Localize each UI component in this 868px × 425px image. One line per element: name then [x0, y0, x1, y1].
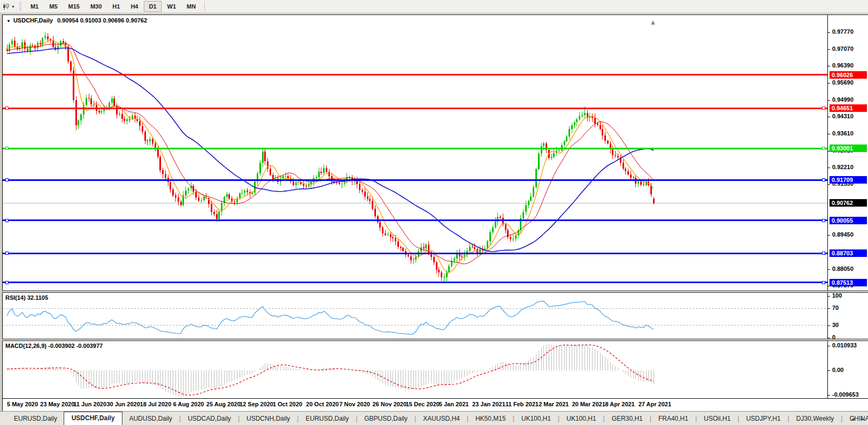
macd-panel: MACD(12,26,9) -0.003902 -0.003977 0.0109… [2, 340, 868, 399]
time-axis-label: 23 May 2020 [40, 401, 74, 407]
toolbar-separator [204, 2, 205, 11]
horizontal-lines-layer[interactable] [3, 75, 827, 284]
time-axis-label: 23 Jan 2021 [472, 401, 505, 407]
rsi-tick-mark [828, 308, 830, 309]
macd-axis-divider [827, 341, 828, 398]
chart-tab-fra40-12[interactable]: FRA40,H1 [652, 413, 695, 425]
symbol-dropdown-icon[interactable]: ▼ [6, 19, 11, 24]
chart-tab-audusd-2[interactable]: AUDUSD,Daily [122, 413, 179, 425]
price-tick-label: 0.96390 [832, 62, 854, 69]
time-axis-label: 20 Mar 2021 [572, 401, 605, 407]
chart-tab-usdcnh-4[interactable]: USDCNH,Daily [240, 413, 296, 425]
time-axis-label: 7 Nov 2020 [339, 401, 370, 407]
chart-tab-usoil-13[interactable]: USOil,H1 [697, 413, 737, 425]
time-axis-label: 2 Mar 2021 [539, 401, 569, 407]
chart-tab-bar: EURUSD,DailyUSDCHF,DailyAUDUSD,Daily|USD… [0, 411, 868, 425]
chart-title: ▼USDCHF,Daily0.90954 0.91003 0.90696 0.9… [6, 17, 147, 24]
toolbar-dropdown-caret-icon[interactable]: ▼ [11, 5, 15, 9]
candles-layer[interactable] [6, 32, 655, 282]
rsi-tick-label: 30 [832, 322, 839, 328]
time-axis[interactable]: 5 May 202023 May 202011 Jun 202030 Jun 2… [2, 399, 868, 411]
macd-tick-label: 0.010933 [832, 342, 857, 348]
chart-tab-usdjpy-14[interactable]: USDJPY,H1 [740, 413, 787, 425]
chart-tab-eurusd-5[interactable]: EURUSD,Daily [299, 413, 355, 425]
price-tick-mark [828, 49, 830, 50]
time-axis-label: 20 Oct 2020 [306, 401, 339, 407]
timeframe-button-m1[interactable]: M1 [26, 1, 43, 12]
price-tick-mark [828, 235, 830, 236]
chart-tab-gbpusd-6[interactable]: GBPUSD,Daily [358, 413, 414, 425]
time-axis-label: 30 Jun 2020 [106, 401, 140, 407]
chart-tab-hk50-8[interactable]: HK50,M15 [469, 413, 512, 425]
time-axis-label: 27 Apr 2021 [639, 401, 671, 407]
time-axis-label: 1 Oct 2020 [273, 401, 302, 407]
rsi-line [7, 301, 654, 335]
chart-icon[interactable] [2, 2, 11, 11]
timeframe-button-h1[interactable]: H1 [107, 1, 125, 12]
macd-histogram [7, 344, 654, 397]
macd-plot[interactable] [3, 341, 827, 398]
price-tick-mark [828, 32, 830, 33]
timeframe-button-d1[interactable]: D1 [144, 1, 161, 12]
price-tick-mark [828, 134, 830, 134]
price-tick-label: 0.88050 [832, 265, 854, 272]
price-line-tag: 0.91709 [829, 176, 867, 184]
time-axis-label: 15 Dec 2020 [406, 401, 440, 407]
timeframe-button-w1[interactable]: W1 [163, 1, 181, 12]
macd-tick-mark [828, 346, 830, 346]
toolbar: ▼ M1M5M15M30H1H4D1W1MN [0, 0, 868, 13]
price-axis-divider [827, 15, 828, 291]
rsi-label: RSI(14) 32.1105 [5, 294, 48, 301]
chart-tab-dj30-15[interactable]: DJ30,Weekly [790, 413, 840, 425]
rsi-tick-label: 0 [832, 334, 835, 340]
tab-scroll-right-icon[interactable]: ► [858, 416, 866, 422]
timeframe-button-m30[interactable]: M30 [86, 1, 106, 12]
macd-tick-label: -0.009653 [832, 391, 859, 398]
timeframe-button-m15[interactable]: M15 [64, 1, 85, 12]
time-axis-label: 5 Jan 2021 [439, 401, 469, 407]
price-tick-label: 0.97770 [832, 28, 854, 35]
tab-scroll-left-icon[interactable]: ◄ [849, 416, 857, 422]
time-axis-label: 26 Nov 2020 [373, 401, 407, 407]
rsi-plot[interactable] [3, 293, 827, 339]
chart-tab-uk100-10[interactable]: UK100,H1 [560, 413, 602, 425]
time-axis-label: 25 Aug 2020 [206, 401, 241, 407]
tab-list: EURUSD,DailyUSDCHF,DailyAUDUSD,Daily|USD… [7, 413, 868, 425]
price-chart-plot[interactable] [3, 15, 827, 291]
current-price-tag: 0.90762 [829, 199, 867, 207]
price-tick-mark [828, 168, 830, 168]
chart-tab-usdcad-3[interactable]: USDCAD,Daily [181, 413, 237, 425]
price-tick-mark [828, 269, 830, 270]
price-line-tag: 0.94651 [829, 104, 867, 112]
timeframe-button-m5[interactable]: M5 [44, 1, 62, 12]
ohlc-readout: 0.90954 0.91003 0.90696 0.90762 [57, 17, 147, 24]
price-tick-label: 0.97070 [832, 45, 854, 52]
chart-tab-uk100-9[interactable]: UK100,H1 [515, 413, 557, 425]
time-axis-label: 12 Sep 2020 [240, 401, 273, 407]
price-tick-mark [828, 66, 830, 66]
price-tick-mark [828, 117, 830, 117]
chart-tab-ger30-11[interactable]: GER30,H1 [605, 413, 649, 425]
chart-tab-eurusd-0[interactable]: EURUSD,Daily [7, 413, 64, 425]
timeframe-button-mn[interactable]: MN [182, 1, 201, 12]
macd-label: MACD(12,26,9) -0.003902 -0.003977 [5, 343, 103, 349]
time-axis-label: 6 Aug 2020 [173, 401, 204, 407]
rsi-axis-divider [827, 293, 828, 339]
macd-tick-mark [828, 370, 830, 371]
chart-tab-usdchf-1[interactable]: USDCHF,Daily [64, 412, 123, 425]
rsi-tick-label: 100 [832, 292, 842, 299]
price-tick-mark [828, 184, 830, 185]
time-axis-label: 11 Feb 2021 [505, 401, 539, 407]
price-tick-label: 0.93610 [832, 130, 854, 136]
chart-shift-marker[interactable] [651, 20, 655, 25]
time-axis-label: 11 Jun 2020 [73, 401, 106, 407]
rsi-tick-label: 70 [832, 305, 839, 311]
price-tick-label: 0.92210 [832, 164, 854, 170]
symbol-label: USDCHF,Daily [13, 17, 53, 24]
time-axis-label: 8 Apr 2021 [605, 401, 635, 407]
price-line-tag: 0.90055 [829, 217, 867, 224]
chart-tab-xauusd-7[interactable]: XAUUSD,H4 [417, 413, 466, 425]
rsi-tick-mark [828, 296, 830, 297]
price-tick-label: 0.89450 [832, 231, 854, 238]
timeframe-button-h4[interactable]: H4 [126, 1, 143, 12]
